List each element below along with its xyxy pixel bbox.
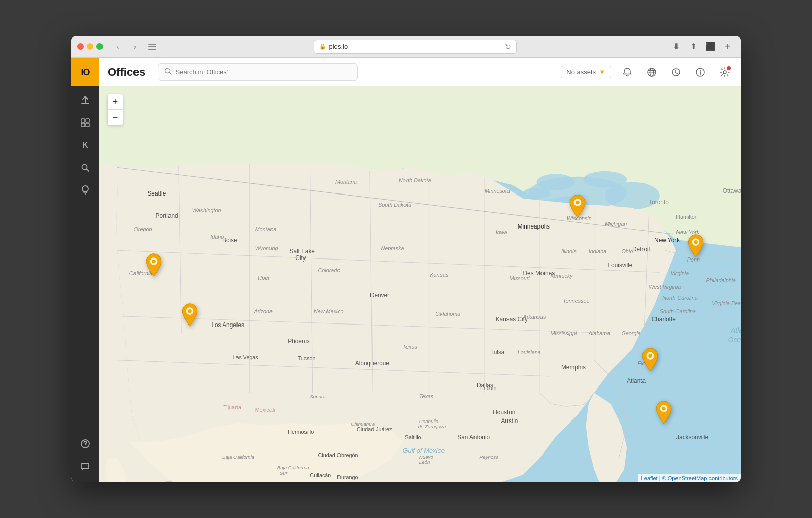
svg-text:Sur: Sur (280, 470, 288, 476)
notifications-button[interactable] (619, 64, 635, 80)
map-controls: + − (108, 94, 123, 125)
svg-text:Sonora: Sonora (310, 394, 326, 399)
info-button[interactable] (692, 64, 708, 80)
svg-text:Louisville: Louisville (608, 262, 633, 269)
svg-text:South Carolina: South Carolina (660, 308, 696, 314)
svg-text:Albuquerque: Albuquerque (355, 360, 390, 367)
settings-badge (727, 66, 731, 70)
app-header: Offices No assets ▼ (99, 58, 741, 86)
svg-text:Illinois: Illinois (561, 248, 577, 254)
share-button[interactable]: ⬆ (686, 40, 700, 54)
settings-button[interactable] (717, 64, 733, 80)
url-text: pics.io (329, 43, 348, 50)
leaflet-link[interactable]: Leaflet (641, 475, 658, 481)
search-input[interactable] (176, 68, 351, 76)
svg-text:Boise: Boise (222, 237, 238, 244)
sidebar-item-help[interactable] (75, 434, 95, 454)
sidebar-item-keyword[interactable]: K (75, 135, 95, 155)
svg-rect-3 (81, 119, 85, 122)
svg-text:Colorado: Colorado (318, 267, 341, 273)
svg-text:Arizona: Arizona (253, 308, 273, 314)
app-main: Offices No assets ▼ (99, 58, 741, 482)
svg-point-146 (662, 407, 665, 410)
sidebar-item-chat[interactable] (75, 456, 95, 476)
zoom-in-button[interactable]: + (108, 94, 123, 110)
svg-text:Philadelphia: Philadelphia (706, 277, 736, 283)
svg-text:Kansas: Kansas (430, 272, 449, 278)
map-pin-miami[interactable] (654, 400, 674, 427)
sidebar-bottom (75, 434, 95, 482)
svg-text:Baja California: Baja California (222, 454, 255, 460)
download-button[interactable]: ⬇ (669, 40, 683, 54)
svg-text:Coahuila: Coahuila (419, 418, 439, 424)
svg-text:Los Angeles: Los Angeles (211, 321, 244, 329)
svg-point-18 (723, 71, 726, 74)
svg-text:North Carolina: North Carolina (662, 295, 697, 301)
svg-text:Oklahoma: Oklahoma (435, 311, 460, 317)
sidebar-toggle-button[interactable] (146, 40, 159, 53)
svg-text:Baja California: Baja California (277, 465, 310, 470)
back-button[interactable]: ‹ (111, 40, 124, 53)
svg-text:Atlantic: Atlantic (730, 326, 741, 334)
sidebar-item-insights[interactable] (75, 180, 95, 200)
map-container[interactable]: Atlantic Ocean Pacific Ocean Gulf of Mex… (99, 86, 741, 482)
svg-text:Las Vegas: Las Vegas (232, 354, 258, 360)
svg-text:Seattle: Seattle (147, 190, 166, 197)
svg-text:West Virginia: West Virginia (649, 284, 681, 290)
new-tab-button[interactable]: + (721, 40, 735, 54)
sidebar-item-upload[interactable] (75, 90, 95, 111)
svg-point-11 (85, 446, 86, 447)
map-svg: Atlantic Ocean Pacific Ocean Gulf of Mex… (99, 86, 741, 482)
minimize-button[interactable] (87, 43, 93, 50)
svg-text:Austin: Austin (501, 417, 518, 425)
svg-text:Ciudad Juárez: Ciudad Juárez (357, 426, 392, 432)
svg-text:Indiana: Indiana (589, 248, 606, 254)
maximize-button[interactable] (96, 43, 103, 50)
map-attribution: Leaflet | © OpenStreetMap contributors (638, 474, 741, 482)
no-assets-badge[interactable]: No assets ▼ (561, 66, 611, 78)
svg-point-23 (536, 174, 574, 190)
svg-point-17 (700, 70, 701, 71)
svg-point-136 (152, 260, 155, 263)
forward-button[interactable]: › (128, 40, 142, 53)
svg-text:Louisiana: Louisiana (518, 349, 541, 355)
svg-text:Ocean: Ocean (728, 336, 741, 344)
svg-point-8 (82, 186, 88, 192)
svg-text:Wyoming: Wyoming (255, 245, 278, 251)
svg-point-24 (523, 187, 551, 199)
traffic-lights (77, 43, 103, 50)
svg-text:Montana: Montana (335, 179, 357, 185)
history-button[interactable] (668, 64, 684, 80)
svg-text:Minneapolis: Minneapolis (518, 223, 550, 230)
zoom-out-button[interactable]: − (108, 110, 123, 125)
svg-text:Tulsa: Tulsa (490, 349, 505, 356)
sidebar: IO K (71, 58, 99, 482)
svg-rect-4 (86, 119, 89, 122)
map-pin-san-francisco[interactable] (144, 253, 164, 279)
svg-text:Tijuana: Tijuana (223, 404, 241, 410)
reload-button[interactable]: ↻ (505, 43, 511, 51)
filter-icon: ▼ (599, 68, 605, 76)
map-pin-los-angeles[interactable] (180, 303, 200, 329)
map-pin-jacksonville[interactable] (640, 347, 660, 374)
sidebar-item-collections[interactable] (75, 113, 95, 133)
search-icon (164, 68, 172, 76)
sidebar-logo[interactable]: IO (71, 58, 99, 86)
map-pin-chicago[interactable] (567, 194, 588, 220)
sidebar-item-search[interactable] (75, 157, 95, 178)
search-bar[interactable] (158, 63, 358, 81)
svg-text:Denver: Denver (370, 292, 389, 299)
svg-rect-5 (81, 123, 85, 127)
address-bar[interactable]: 🔒 pics.io ↻ (314, 40, 517, 54)
svg-point-22 (583, 171, 627, 187)
svg-text:Portland: Portland (156, 212, 178, 219)
map-pin-washington[interactable] (686, 234, 706, 260)
svg-text:Salt Lake: Salt Lake (290, 248, 315, 255)
svg-text:Ciudad Obregón: Ciudad Obregón (318, 452, 358, 458)
svg-text:Washington: Washington (192, 207, 221, 213)
language-button[interactable] (644, 64, 660, 80)
app-container: IO K (71, 58, 741, 482)
osm-link[interactable]: © OpenStreetMap contributors (662, 475, 738, 481)
fullscreen-button[interactable]: ⬛ (703, 40, 718, 54)
close-button[interactable] (77, 43, 84, 50)
